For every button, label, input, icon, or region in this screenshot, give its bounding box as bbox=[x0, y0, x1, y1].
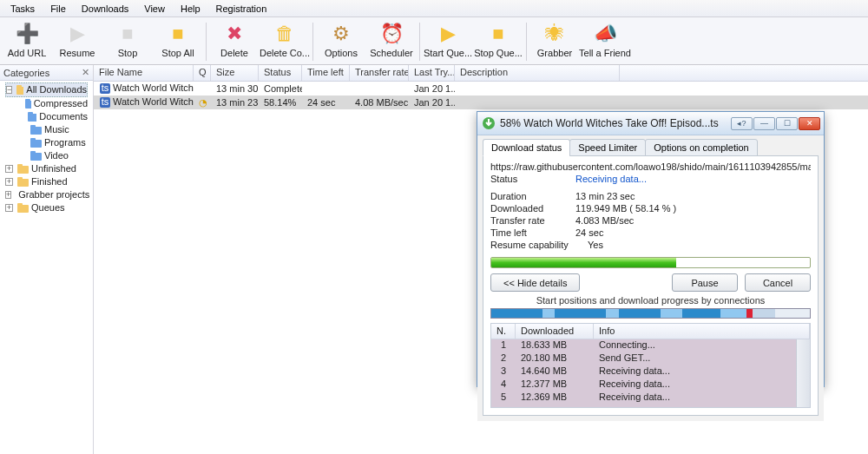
dialog-title: 58% Watch World Witches Take Off! Episod… bbox=[500, 117, 730, 129]
timeleft-value: 24 sec bbox=[575, 227, 603, 238]
tab-download-status[interactable]: Download status bbox=[483, 139, 570, 156]
connections-header: N. Downloaded Info bbox=[491, 324, 810, 339]
tool-stop[interactable]: ■Stop bbox=[102, 20, 153, 60]
tool-stop-que-[interactable]: ■Stop Que... bbox=[473, 20, 523, 60]
hide-details-button[interactable]: << Hide details bbox=[490, 273, 580, 292]
conn-n: 2 bbox=[491, 352, 516, 365]
connections-rows: 118.633 MBConnecting...220.180 MBSend GE… bbox=[491, 339, 796, 407]
app-icon bbox=[482, 116, 496, 130]
connection-row[interactable]: 512.369 MBReceiving data... bbox=[491, 391, 796, 405]
col-info[interactable]: Info bbox=[594, 324, 810, 339]
cell: 13 min 30 ... bbox=[211, 83, 259, 94]
cell: 58.14% bbox=[259, 97, 302, 108]
col-file-name[interactable]: File Name bbox=[94, 65, 194, 81]
col-q[interactable]: Q bbox=[194, 65, 211, 81]
scrollbar[interactable] bbox=[796, 339, 810, 407]
file-icon: ts bbox=[99, 82, 111, 95]
col-size[interactable]: Size bbox=[211, 65, 259, 81]
tree-unfinished[interactable]: +Unfinished bbox=[5, 162, 88, 175]
col-downloaded[interactable]: Downloaded bbox=[516, 324, 594, 339]
menu-tasks[interactable]: Tasks bbox=[3, 2, 42, 16]
col-last-try-[interactable]: Last Try... bbox=[409, 65, 455, 81]
sidebar-title: Categories bbox=[3, 68, 49, 78]
tree-compressed[interactable]: Compressed bbox=[17, 97, 88, 110]
col-description[interactable]: Description bbox=[455, 65, 620, 81]
connection-row[interactable]: 118.633 MBConnecting... bbox=[491, 339, 796, 352]
connection-row[interactable]: 220.180 MBSend GET... bbox=[491, 352, 796, 365]
download-row[interactable]: tsWatch World Witches T...◔13 min 23 ...… bbox=[94, 95, 868, 109]
rate-value: 4.083 MB/sec bbox=[575, 215, 634, 226]
col-time-left[interactable]: Time left bbox=[302, 65, 350, 81]
help-button[interactable]: ◂? bbox=[731, 117, 753, 130]
minimize-button[interactable]: — bbox=[753, 117, 775, 130]
conn-downloaded: 20.180 MB bbox=[516, 352, 594, 365]
conn-info: Connecting... bbox=[594, 339, 796, 352]
col-status[interactable]: Status bbox=[259, 65, 302, 81]
close-button[interactable]: ✕ bbox=[799, 117, 820, 130]
conn-n: 5 bbox=[491, 391, 516, 405]
menu-file[interactable]: File bbox=[43, 2, 73, 16]
tree-label: Compressed bbox=[34, 97, 88, 110]
svg-text:ts: ts bbox=[102, 82, 109, 93]
tool-label: Stop All bbox=[161, 48, 194, 58]
tree-music[interactable]: Music bbox=[17, 123, 88, 136]
tool-delete-co-[interactable]: 🗑Delete Co... bbox=[260, 20, 310, 60]
tree-grabber-projects[interactable]: +Grabber projects bbox=[5, 188, 88, 201]
expand-icon[interactable]: + bbox=[5, 165, 13, 173]
tool-stop-all[interactable]: ■Stop All bbox=[153, 20, 203, 60]
expand-icon[interactable]: + bbox=[5, 191, 11, 199]
conn-segment bbox=[619, 309, 661, 318]
folder-icon bbox=[30, 138, 42, 148]
conn-segment bbox=[491, 309, 542, 318]
resume-label: Resume capability bbox=[490, 240, 575, 250]
sidebar-close-icon[interactable]: ✕ bbox=[82, 67, 89, 78]
folder-icon bbox=[30, 151, 42, 161]
collapse-icon[interactable]: − bbox=[6, 86, 12, 94]
dialog-titlebar[interactable]: 58% Watch World Witches Take Off! Episod… bbox=[477, 112, 824, 135]
tree-documents[interactable]: Documents bbox=[17, 110, 88, 123]
connection-row[interactable]: 412.377 MBReceiving data... bbox=[491, 378, 796, 391]
tool-scheduler[interactable]: ⏰Scheduler bbox=[366, 20, 417, 60]
download-row[interactable]: tsWatch World Witches T...13 min 30 ...C… bbox=[94, 82, 868, 95]
resume-value: Yes bbox=[588, 240, 603, 250]
tree-finished[interactable]: +Finished bbox=[5, 175, 88, 188]
tool-grabber[interactable]: 🕷Grabber bbox=[529, 20, 580, 60]
tree-queues[interactable]: +Queues bbox=[5, 201, 88, 214]
expand-icon[interactable]: + bbox=[5, 204, 13, 212]
tool-options[interactable]: ⚙Options bbox=[316, 20, 366, 60]
tree-video[interactable]: Video bbox=[17, 149, 88, 162]
tree-label: Unfinished bbox=[31, 162, 76, 175]
toolbar-separator bbox=[206, 23, 207, 61]
menu-registration[interactable]: Registration bbox=[209, 2, 274, 16]
tree-label: Music bbox=[44, 123, 69, 136]
menu-help[interactable]: Help bbox=[174, 2, 207, 16]
tree-programs[interactable]: Programs bbox=[17, 136, 88, 149]
col-n[interactable]: N. bbox=[491, 324, 516, 339]
tool-icon: 📣 bbox=[592, 22, 618, 46]
cell: Jan 20 1... bbox=[409, 83, 455, 94]
cancel-button[interactable]: Cancel bbox=[745, 273, 811, 292]
connections-table: N. Downloaded Info 118.633 MBConnecting.… bbox=[490, 323, 811, 408]
tree-all-downloads[interactable]: −All Downloads bbox=[5, 82, 88, 97]
tool-icon: ✖ bbox=[221, 22, 247, 46]
conn-downloaded: 18.633 MB bbox=[516, 339, 594, 352]
menu-downloads[interactable]: Downloads bbox=[75, 2, 135, 16]
tool-icon: ⏰ bbox=[378, 22, 404, 46]
tool-resume[interactable]: ▶Resume bbox=[52, 20, 102, 60]
tool-start-que-[interactable]: ▶Start Que... bbox=[423, 20, 473, 60]
tab-speed-limiter[interactable]: Speed Limiter bbox=[569, 139, 646, 156]
maximize-button[interactable]: ☐ bbox=[776, 117, 798, 130]
tool-delete[interactable]: ✖Delete bbox=[209, 20, 260, 60]
tool-tell-a-friend[interactable]: 📣Tell a Friend bbox=[580, 20, 630, 60]
expand-icon[interactable]: + bbox=[5, 178, 13, 186]
conn-n: 4 bbox=[491, 378, 516, 391]
tab-options-on-completion[interactable]: Options on completion bbox=[645, 139, 757, 156]
col-transfer-rate[interactable]: Transfer rate bbox=[350, 65, 409, 81]
tree-label: Documents bbox=[39, 110, 88, 123]
tool-add-url[interactable]: ➕Add URL bbox=[2, 20, 52, 60]
menu-view[interactable]: View bbox=[137, 2, 172, 16]
tool-label: Scheduler bbox=[370, 48, 413, 58]
toolbar: ➕Add URL▶Resume■Stop■Stop All✖Delete🗑Del… bbox=[0, 17, 868, 65]
pause-button[interactable]: Pause bbox=[672, 273, 738, 292]
connection-row[interactable]: 314.640 MBReceiving data... bbox=[491, 365, 796, 378]
